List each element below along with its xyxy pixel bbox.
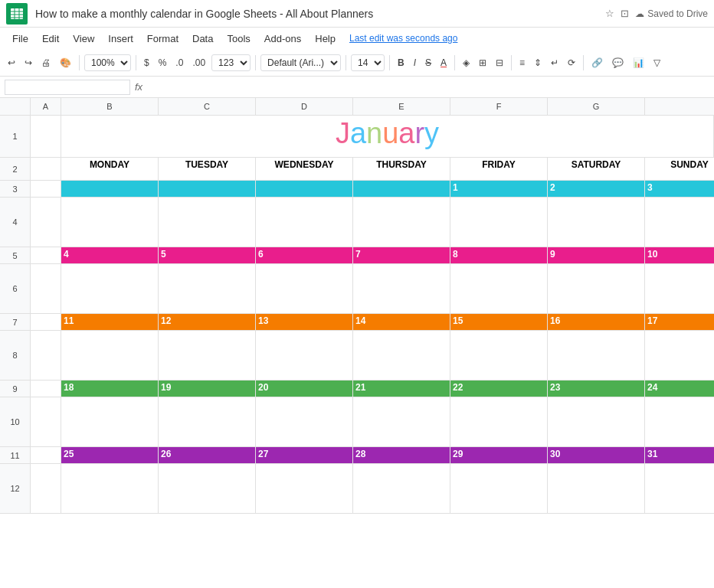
cell-f10[interactable]	[450, 397, 548, 447]
cell-reference[interactable]	[5, 80, 130, 95]
chart-button[interactable]: 📊	[630, 56, 647, 70]
cell-d12[interactable]	[256, 464, 353, 514]
cell-saturday-header[interactable]: SATURDAY	[548, 158, 645, 181]
undo-button[interactable]: ↩	[5, 56, 18, 70]
cell-c11[interactable]: 26	[159, 447, 256, 464]
cell-d3[interactable]	[256, 181, 353, 198]
format-type-select[interactable]: 123	[211, 54, 251, 71]
cell-d10[interactable]	[256, 397, 353, 447]
cell-b11[interactable]: 25	[61, 447, 159, 464]
text-color-button[interactable]: A	[437, 56, 450, 70]
cell-b8[interactable]	[61, 331, 159, 381]
cell-h11[interactable]: 31	[645, 447, 714, 464]
cell-e6[interactable]	[353, 264, 450, 314]
text-wrap-button[interactable]: ↵	[548, 56, 562, 70]
col-header-e[interactable]: E	[353, 98, 450, 115]
cell-d7[interactable]: 13	[256, 314, 353, 331]
cell-b7[interactable]: 11	[61, 314, 159, 331]
cell-f7[interactable]: 15	[450, 314, 548, 331]
cell-b10[interactable]	[61, 397, 159, 447]
menu-data[interactable]: Data	[186, 31, 219, 46]
star-icon[interactable]: ☆	[605, 8, 614, 19]
cell-a5[interactable]	[31, 247, 61, 264]
cell-a3[interactable]	[31, 181, 61, 198]
cell-a11[interactable]	[31, 447, 61, 464]
font-select[interactable]: Default (Ari...)	[260, 54, 341, 71]
col-header-d[interactable]: D	[256, 98, 353, 115]
cell-g11[interactable]: 30	[548, 447, 645, 464]
cell-thursday-header[interactable]: THURSDAY	[353, 158, 450, 181]
zoom-select[interactable]: 100%	[84, 54, 131, 71]
cell-e9[interactable]: 21	[353, 381, 450, 397]
cell-a2[interactable]	[31, 158, 61, 181]
cell-c9[interactable]: 19	[159, 381, 256, 397]
cell-b12[interactable]	[61, 464, 159, 514]
text-rotate-button[interactable]: ⟳	[565, 56, 578, 70]
comment-button[interactable]: 💬	[609, 56, 627, 70]
cell-a8[interactable]	[31, 331, 61, 381]
menu-help[interactable]: Help	[309, 31, 342, 46]
cell-g3[interactable]: 2	[548, 181, 645, 198]
cell-tuesday-header[interactable]: TUESDAY	[159, 158, 256, 181]
menu-view[interactable]: View	[67, 31, 100, 46]
cell-h8[interactable]	[645, 331, 714, 381]
cell-h3[interactable]: 3	[645, 181, 714, 198]
cell-g6[interactable]	[548, 264, 645, 314]
cell-h9[interactable]: 24	[645, 381, 714, 397]
decimal-more-button[interactable]: .00	[189, 56, 208, 70]
cell-a7[interactable]	[31, 314, 61, 331]
cell-c5[interactable]: 5	[159, 247, 256, 264]
cell-h7[interactable]: 17	[645, 314, 714, 331]
cell-january-title[interactable]: January	[61, 116, 714, 158]
cell-e11[interactable]: 28	[353, 447, 450, 464]
cell-d4[interactable]	[256, 198, 353, 247]
cell-f11[interactable]: 29	[450, 447, 548, 464]
cell-a1[interactable]	[31, 116, 61, 158]
cell-d8[interactable]	[256, 331, 353, 381]
cell-d11[interactable]: 27	[256, 447, 353, 464]
cell-d9[interactable]: 20	[256, 381, 353, 397]
cell-g8[interactable]	[548, 331, 645, 381]
cell-monday-header[interactable]: MONDAY	[61, 158, 159, 181]
paint-format-button[interactable]: 🎨	[57, 56, 74, 70]
cell-g10[interactable]	[548, 397, 645, 447]
cell-f8[interactable]	[450, 331, 548, 381]
cell-friday-header[interactable]: FRIDAY	[450, 158, 548, 181]
bold-button[interactable]: B	[395, 56, 408, 70]
cell-c4[interactable]	[159, 198, 256, 247]
currency-button[interactable]: $	[141, 56, 152, 70]
cell-f3[interactable]: 1	[450, 181, 548, 198]
menu-format[interactable]: Format	[141, 31, 185, 46]
cell-c7[interactable]: 12	[159, 314, 256, 331]
last-edit-label[interactable]: Last edit was seconds ago	[349, 33, 457, 44]
link-button[interactable]: 🔗	[588, 56, 606, 70]
cell-f9[interactable]: 22	[450, 381, 548, 397]
menu-edit[interactable]: Edit	[36, 31, 65, 46]
cell-h5[interactable]: 10	[645, 247, 714, 264]
align-horiz-button[interactable]: ≡	[516, 56, 528, 70]
cell-h6[interactable]	[645, 264, 714, 314]
cell-g12[interactable]	[548, 464, 645, 514]
formula-input[interactable]	[147, 82, 709, 93]
menu-insert[interactable]: Insert	[102, 31, 139, 46]
cell-c6[interactable]	[159, 264, 256, 314]
cell-b3[interactable]	[61, 181, 159, 198]
col-header-b[interactable]: B	[61, 98, 159, 115]
cell-h10[interactable]	[645, 397, 714, 447]
cell-g9[interactable]: 23	[548, 381, 645, 397]
filter-button[interactable]: ▽	[650, 56, 663, 70]
col-header-a[interactable]: A	[31, 98, 61, 115]
cell-a12[interactable]	[31, 464, 61, 514]
cell-wednesday-header[interactable]: WEDNESDAY	[256, 158, 353, 181]
col-header-f[interactable]: F	[450, 98, 548, 115]
cell-d6[interactable]	[256, 264, 353, 314]
cell-g7[interactable]: 16	[548, 314, 645, 331]
align-vert-button[interactable]: ⇕	[531, 56, 545, 70]
cell-a4[interactable]	[31, 198, 61, 247]
cell-c3[interactable]	[159, 181, 256, 198]
cell-f5[interactable]: 8	[450, 247, 548, 264]
cell-a9[interactable]	[31, 381, 61, 397]
cell-c12[interactable]	[159, 464, 256, 514]
cell-a10[interactable]	[31, 397, 61, 447]
cell-f4[interactable]	[450, 198, 548, 247]
